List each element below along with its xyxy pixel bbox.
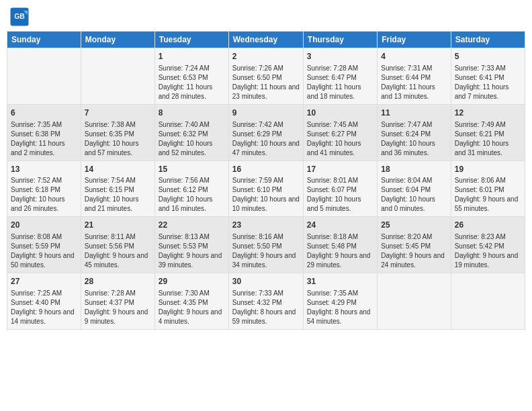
day-number: 9 (232, 107, 300, 119)
calendar-cell: 12Sunrise: 7:49 AM Sunset: 6:21 PM Dayli… (451, 104, 525, 161)
day-info: Sunrise: 7:28 AM Sunset: 4:37 PM Dayligh… (85, 289, 151, 326)
day-info: Sunrise: 7:33 AM Sunset: 6:41 PM Dayligh… (455, 64, 521, 101)
day-number: 8 (159, 107, 225, 119)
day-header-thursday: Thursday (303, 32, 377, 48)
day-info: Sunrise: 7:24 AM Sunset: 6:53 PM Dayligh… (159, 64, 225, 101)
day-info: Sunrise: 7:31 AM Sunset: 6:44 PM Dayligh… (381, 64, 447, 101)
week-row-4: 20Sunrise: 8:08 AM Sunset: 5:59 PM Dayli… (7, 217, 525, 273)
day-info: Sunrise: 7:56 AM Sunset: 6:12 PM Dayligh… (159, 176, 225, 214)
week-row-5: 27Sunrise: 7:25 AM Sunset: 4:40 PM Dayli… (7, 273, 525, 330)
day-number: 20 (11, 220, 77, 231)
calendar-cell: 28Sunrise: 7:28 AM Sunset: 4:37 PM Dayli… (81, 273, 154, 330)
calendar-cell: 27Sunrise: 7:25 AM Sunset: 4:40 PM Dayli… (7, 273, 81, 330)
day-number: 22 (159, 220, 225, 231)
day-number: 12 (455, 107, 521, 119)
day-number: 13 (11, 164, 77, 175)
calendar-cell: 4Sunrise: 7:31 AM Sunset: 6:44 PM Daylig… (378, 48, 451, 105)
logo-icon: GB (9, 7, 30, 27)
calendar-cell: 18Sunrise: 8:04 AM Sunset: 6:04 PM Dayli… (378, 161, 451, 217)
day-header-tuesday: Tuesday (154, 32, 228, 48)
day-info: Sunrise: 7:35 AM Sunset: 6:38 PM Dayligh… (11, 120, 77, 158)
day-number: 19 (455, 164, 521, 175)
calendar-cell (7, 48, 81, 105)
day-number: 3 (307, 51, 373, 62)
day-info: Sunrise: 7:52 AM Sunset: 6:18 PM Dayligh… (11, 176, 77, 214)
week-row-3: 13Sunrise: 7:52 AM Sunset: 6:18 PM Dayli… (7, 161, 525, 217)
day-header-sunday: Sunday (7, 32, 81, 48)
day-info: Sunrise: 7:30 AM Sunset: 4:35 PM Dayligh… (159, 289, 225, 326)
calendar-cell: 16Sunrise: 7:59 AM Sunset: 6:10 PM Dayli… (228, 161, 303, 217)
calendar-cell: 11Sunrise: 7:47 AM Sunset: 6:24 PM Dayli… (378, 104, 451, 161)
calendar-cell: 23Sunrise: 8:16 AM Sunset: 5:50 PM Dayli… (228, 217, 303, 273)
logo: GB (9, 7, 32, 27)
calendar-cell: 20Sunrise: 8:08 AM Sunset: 5:59 PM Dayli… (7, 217, 81, 273)
day-number: 2 (232, 51, 300, 62)
day-info: Sunrise: 7:26 AM Sunset: 6:50 PM Dayligh… (232, 64, 300, 101)
day-number: 16 (232, 164, 300, 175)
day-number: 30 (232, 276, 300, 287)
page-header: GB (7, 7, 525, 27)
day-info: Sunrise: 7:47 AM Sunset: 6:24 PM Dayligh… (381, 120, 447, 158)
calendar-cell: 9Sunrise: 7:42 AM Sunset: 6:29 PM Daylig… (228, 104, 303, 161)
day-number: 14 (85, 164, 151, 175)
day-number: 6 (11, 107, 77, 119)
days-header-row: SundayMondayTuesdayWednesdayThursdayFrid… (7, 32, 525, 48)
day-header-friday: Friday (378, 32, 451, 48)
week-row-1: 1Sunrise: 7:24 AM Sunset: 6:53 PM Daylig… (7, 48, 525, 105)
day-info: Sunrise: 7:33 AM Sunset: 4:32 PM Dayligh… (232, 289, 300, 326)
day-info: Sunrise: 7:28 AM Sunset: 6:47 PM Dayligh… (307, 64, 373, 101)
calendar-cell: 26Sunrise: 8:23 AM Sunset: 5:42 PM Dayli… (451, 217, 525, 273)
day-info: Sunrise: 8:20 AM Sunset: 5:45 PM Dayligh… (381, 232, 447, 270)
calendar-cell: 8Sunrise: 7:40 AM Sunset: 6:32 PM Daylig… (154, 104, 228, 161)
day-info: Sunrise: 7:25 AM Sunset: 4:40 PM Dayligh… (11, 289, 77, 326)
day-number: 18 (381, 164, 447, 175)
day-number: 21 (85, 220, 151, 231)
calendar-cell: 30Sunrise: 7:33 AM Sunset: 4:32 PM Dayli… (228, 273, 303, 330)
day-info: Sunrise: 8:11 AM Sunset: 5:56 PM Dayligh… (85, 232, 151, 270)
day-number: 17 (307, 164, 373, 175)
day-info: Sunrise: 7:38 AM Sunset: 6:35 PM Dayligh… (85, 120, 151, 158)
calendar-cell (451, 273, 525, 330)
day-number: 5 (455, 51, 521, 62)
calendar-cell: 15Sunrise: 7:56 AM Sunset: 6:12 PM Dayli… (154, 161, 228, 217)
day-header-wednesday: Wednesday (228, 32, 303, 48)
calendar-cell: 7Sunrise: 7:38 AM Sunset: 6:35 PM Daylig… (81, 104, 154, 161)
calendar-cell: 22Sunrise: 8:13 AM Sunset: 5:53 PM Dayli… (154, 217, 228, 273)
calendar-cell: 5Sunrise: 7:33 AM Sunset: 6:41 PM Daylig… (451, 48, 525, 105)
day-info: Sunrise: 7:49 AM Sunset: 6:21 PM Dayligh… (455, 120, 521, 158)
day-info: Sunrise: 8:16 AM Sunset: 5:50 PM Dayligh… (232, 232, 300, 270)
calendar-cell: 21Sunrise: 8:11 AM Sunset: 5:56 PM Dayli… (81, 217, 154, 273)
day-info: Sunrise: 7:42 AM Sunset: 6:29 PM Dayligh… (232, 120, 300, 158)
day-info: Sunrise: 7:35 AM Sunset: 4:29 PM Dayligh… (307, 289, 373, 326)
calendar-table: SundayMondayTuesdayWednesdayThursdayFrid… (7, 31, 525, 330)
day-info: Sunrise: 8:23 AM Sunset: 5:42 PM Dayligh… (455, 232, 521, 270)
day-number: 27 (11, 276, 77, 287)
day-info: Sunrise: 7:54 AM Sunset: 6:15 PM Dayligh… (85, 176, 151, 214)
calendar-cell: 31Sunrise: 7:35 AM Sunset: 4:29 PM Dayli… (303, 273, 377, 330)
svg-text:GB: GB (14, 12, 25, 20)
day-number: 26 (455, 220, 521, 231)
day-number: 15 (159, 164, 225, 175)
calendar-cell (378, 273, 451, 330)
day-number: 25 (381, 220, 447, 231)
calendar-cell: 2Sunrise: 7:26 AM Sunset: 6:50 PM Daylig… (228, 48, 303, 105)
calendar-cell: 13Sunrise: 7:52 AM Sunset: 6:18 PM Dayli… (7, 161, 81, 217)
day-info: Sunrise: 7:40 AM Sunset: 6:32 PM Dayligh… (159, 120, 225, 158)
calendar-cell: 29Sunrise: 7:30 AM Sunset: 4:35 PM Dayli… (154, 273, 228, 330)
day-header-monday: Monday (81, 32, 154, 48)
calendar-cell: 17Sunrise: 8:01 AM Sunset: 6:07 PM Dayli… (303, 161, 377, 217)
calendar-cell: 10Sunrise: 7:45 AM Sunset: 6:27 PM Dayli… (303, 104, 377, 161)
day-info: Sunrise: 8:13 AM Sunset: 5:53 PM Dayligh… (159, 232, 225, 270)
calendar-cell: 25Sunrise: 8:20 AM Sunset: 5:45 PM Dayli… (378, 217, 451, 273)
calendar-cell: 14Sunrise: 7:54 AM Sunset: 6:15 PM Dayli… (81, 161, 154, 217)
day-number: 7 (85, 107, 151, 119)
day-info: Sunrise: 8:18 AM Sunset: 5:48 PM Dayligh… (307, 232, 373, 270)
day-number: 31 (307, 276, 373, 287)
day-info: Sunrise: 8:04 AM Sunset: 6:04 PM Dayligh… (381, 176, 447, 214)
day-number: 28 (85, 276, 151, 287)
day-number: 4 (381, 51, 447, 62)
week-row-2: 6Sunrise: 7:35 AM Sunset: 6:38 PM Daylig… (7, 104, 525, 161)
day-number: 24 (307, 220, 373, 231)
calendar-cell: 24Sunrise: 8:18 AM Sunset: 5:48 PM Dayli… (303, 217, 377, 273)
day-info: Sunrise: 8:01 AM Sunset: 6:07 PM Dayligh… (307, 176, 373, 214)
